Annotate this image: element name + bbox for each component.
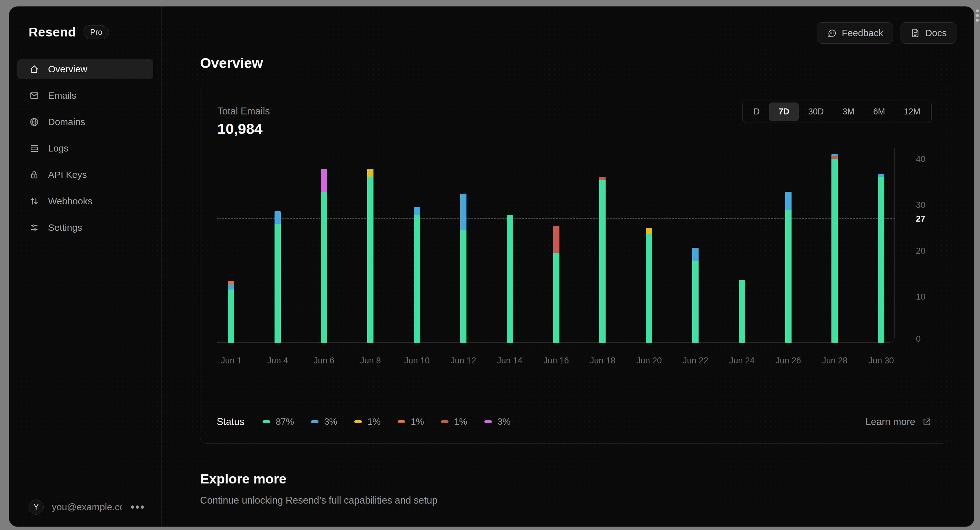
feedback-button[interactable]: Feedback (817, 22, 893, 44)
bar-jun-14[interactable]: Jun 14 (507, 215, 513, 343)
bar-jun-30[interactable]: Jun 30 (878, 174, 884, 343)
bar-jun-1[interactable]: Jun 1 (228, 281, 234, 343)
app-window: Resend Pro OverviewEmailsDomainsLogsAPI … (9, 6, 974, 527)
bar-segment-blue (460, 194, 466, 230)
account-email: you@example.com (52, 502, 122, 512)
bar-segment-green (831, 160, 838, 343)
legend-swatch-orange (398, 420, 405, 423)
x-axis-label: Jun 6 (314, 356, 334, 366)
bar-segment-green (507, 215, 513, 343)
sidebar-item-label: Emails (48, 90, 76, 101)
sidebar-item-label: Settings (48, 222, 82, 233)
range-option-7d[interactable]: 7D (769, 102, 799, 121)
bar-jun-18[interactable]: Jun 18 (599, 177, 606, 343)
legend-items: 87%3%1%1%1%3% (262, 417, 511, 427)
sidebar-item-settings[interactable]: Settings (17, 217, 153, 238)
desktop-backdrop: Resend Pro OverviewEmailsDomainsLogsAPI … (0, 0, 980, 530)
bar-segment-yellow (646, 228, 652, 234)
x-axis-label: Jun 28 (822, 356, 848, 366)
topbar: Feedback Docs (162, 6, 974, 44)
range-option-d[interactable]: D (744, 102, 769, 121)
total-emails-card: Total Emails 10,984 D7D30D3M6M12M 403027… (200, 86, 948, 444)
frame-grip-dots (976, 10, 979, 22)
y-axis-tick-30: 30 (916, 200, 925, 210)
bar-segment-blue (785, 192, 792, 210)
x-axis-label: Jun 14 (497, 356, 522, 366)
bar-jun-10[interactable]: Jun 10 (414, 207, 420, 343)
sidebar-item-domains[interactable]: Domains (17, 112, 153, 132)
bar-segment-green (646, 234, 652, 343)
range-option-3m[interactable]: 3M (833, 102, 864, 121)
bar-jun-4[interactable]: Jun 4 (275, 211, 281, 343)
account-row[interactable]: Y you@example.com ••• (9, 500, 161, 515)
bar-segment-yellow (367, 169, 374, 177)
legend-row: Status 87%3%1%1%1%3% Learn more (200, 400, 948, 443)
sidebar-item-label: Logs (48, 143, 68, 154)
legend-item-green: 87% (262, 417, 294, 427)
bar-segment-green (692, 260, 698, 343)
range-option-30d[interactable]: 30D (799, 102, 833, 121)
sidebar-item-api-keys[interactable]: API Keys (17, 165, 153, 185)
range-option-12m[interactable]: 12M (894, 102, 930, 121)
bar-segment-red (831, 156, 838, 160)
bar-jun-16[interactable]: Jun 16 (553, 226, 559, 343)
feedback-label: Feedback (842, 28, 883, 38)
x-axis-label: Jun 18 (590, 356, 615, 366)
bar-segment-purple (321, 169, 327, 192)
explore-subtitle: Continue unlocking Resend’s full capabil… (200, 495, 974, 506)
legend-swatch-red (441, 420, 449, 423)
bar-jun-24[interactable]: Jun 24 (739, 280, 745, 343)
emails-bar-chart: 40302720100Jun 1Jun 4Jun 6Jun 8Jun 10Jun… (217, 148, 894, 343)
bar-segment-green (785, 210, 792, 343)
sidebar-item-webhooks[interactable]: Webhooks (17, 191, 153, 211)
arrows-icon (29, 196, 39, 206)
y-axis-tick-10: 10 (916, 292, 925, 302)
bar-jun-20[interactable]: Jun 20 (646, 228, 652, 343)
legend-swatch-purple (484, 420, 492, 423)
account-menu-icon[interactable]: ••• (130, 504, 145, 510)
lock-icon (29, 170, 39, 180)
bar-segment-orange (228, 281, 234, 284)
x-axis-label: Jun 22 (682, 356, 708, 366)
learn-more-label: Learn more (865, 416, 915, 428)
average-dashed-line (217, 218, 894, 219)
bar-jun-26[interactable]: Jun 26 (785, 192, 792, 343)
metric-label: Total Emails (217, 105, 270, 117)
legend-title: Status (217, 416, 244, 428)
sidebar-item-logs[interactable]: Logs (17, 138, 153, 158)
avatar[interactable]: Y (29, 500, 44, 515)
range-option-6m[interactable]: 6M (864, 102, 894, 121)
bar-jun-28[interactable]: Jun 28 (831, 154, 838, 343)
explore-title: Explore more (200, 471, 974, 487)
app-logo: Resend (29, 25, 76, 40)
sidebar-item-emails[interactable]: Emails (17, 86, 153, 105)
bar-jun-22[interactable]: Jun 22 (692, 248, 698, 343)
bar-jun-8[interactable]: Jun 8 (367, 169, 374, 343)
bar-segment-green (367, 177, 374, 343)
sidebar-item-overview[interactable]: Overview (17, 59, 153, 79)
bar-segment-blue (878, 174, 884, 177)
legend-percent: 1% (454, 417, 468, 427)
bar-segment-red (553, 226, 559, 253)
x-axis-label: Jun 8 (360, 356, 381, 366)
bar-segment-green (275, 224, 281, 343)
x-axis-label: Jun 12 (450, 356, 476, 366)
bar-segment-green (739, 280, 745, 343)
mail-icon (29, 91, 39, 101)
learn-more-link[interactable]: Learn more (865, 416, 932, 428)
x-axis-label: Jun 30 (869, 356, 894, 366)
bar-jun-6[interactable]: Jun 6 (321, 169, 327, 343)
x-axis-label: Jun 16 (543, 356, 569, 366)
bar-jun-12[interactable]: Jun 12 (460, 194, 466, 343)
legend-item-orange: 1% (398, 417, 424, 427)
bar-segment-blue (414, 207, 420, 215)
bar-segment-green (460, 230, 466, 343)
bar-segment-green (414, 215, 420, 343)
y-axis-tick-0: 0 (916, 334, 921, 344)
y-axis-tick-27: 27 (916, 214, 925, 223)
legend-swatch-green (262, 420, 270, 423)
docs-button[interactable]: Docs (900, 22, 956, 44)
sidebar-item-label: Webhooks (48, 196, 92, 206)
sidebar-item-label: Overview (48, 64, 88, 75)
bar-segment-green (228, 289, 234, 343)
